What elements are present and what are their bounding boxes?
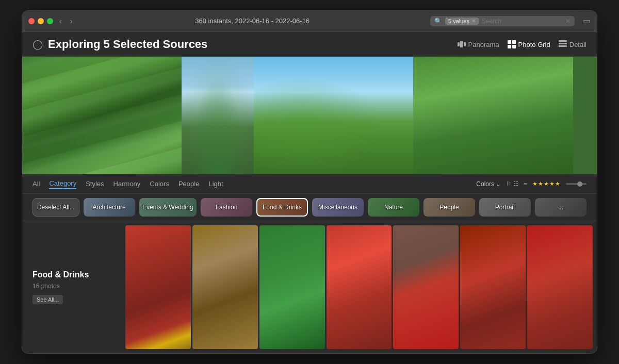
svg-rect-2 bbox=[464, 42, 466, 46]
grid-photo-6[interactable] bbox=[460, 225, 526, 349]
titlebar: ‹ › 360 instants, 2022-06-16 - 2022-06-1… bbox=[22, 11, 597, 31]
maximize-button[interactable] bbox=[47, 18, 53, 24]
food-drinks-chip[interactable]: Food & Drinks bbox=[256, 198, 308, 217]
slider-control[interactable] bbox=[566, 183, 587, 185]
detail-icon bbox=[559, 40, 567, 48]
filter-tabs: All Category Styles Harmony Colors Peopl… bbox=[32, 178, 223, 189]
fashion-chip[interactable]: Fashion bbox=[201, 198, 252, 217]
photo-strip bbox=[22, 57, 597, 174]
grid-photo-3[interactable] bbox=[259, 225, 325, 349]
svg-rect-8 bbox=[559, 43, 567, 44]
filter-tab-all[interactable]: All bbox=[32, 179, 40, 189]
svg-rect-3 bbox=[508, 40, 511, 44]
filter-tab-colors[interactable]: Colors bbox=[150, 179, 169, 189]
nature-chip[interactable]: Nature bbox=[368, 198, 419, 217]
page-title-area: ◯ Exploring 5 Selected Sources bbox=[32, 38, 207, 51]
svg-rect-6 bbox=[512, 45, 516, 48]
filter-bar: All Category Styles Harmony Colors Peopl… bbox=[22, 174, 597, 194]
search-tag-close-icon[interactable]: ✕ bbox=[471, 18, 476, 24]
app-window: ‹ › 360 instants, 2022-06-16 - 2022-06-1… bbox=[22, 10, 597, 354]
flag-icon: ⚐ bbox=[506, 180, 511, 187]
grid-small-icon: ☷ bbox=[513, 180, 518, 187]
sources-icon: ◯ bbox=[32, 39, 43, 50]
svg-rect-4 bbox=[512, 40, 516, 44]
strip-photo-5[interactable] bbox=[573, 57, 597, 174]
svg-rect-1 bbox=[460, 41, 463, 47]
filter-tab-light[interactable]: Light bbox=[208, 179, 223, 189]
colors-dropdown[interactable]: Colors ⌄ bbox=[476, 180, 501, 188]
content-area: Food & Drinks 16 photos See All... bbox=[22, 221, 597, 353]
photo-grid bbox=[125, 221, 597, 353]
search-icon: 🔍 bbox=[434, 18, 442, 25]
category-name: Food & Drinks bbox=[32, 270, 115, 279]
close-button[interactable] bbox=[28, 18, 35, 24]
deselect-all-chip[interactable]: Deselect All... bbox=[32, 198, 79, 217]
search-clear-icon[interactable]: ✕ bbox=[565, 18, 571, 25]
photo-grid-view-button[interactable]: Photo Grid bbox=[508, 40, 550, 48]
strip-photo-1[interactable] bbox=[22, 57, 182, 174]
strip-photo-3[interactable] bbox=[254, 57, 413, 174]
sort-icons: ⚐ ☷ bbox=[506, 180, 518, 187]
category-count: 16 photos bbox=[32, 283, 115, 290]
filter-tab-styles[interactable]: Styles bbox=[86, 179, 104, 189]
filter-tab-category[interactable]: Category bbox=[49, 178, 76, 189]
events-wedding-chip[interactable]: Events & Wedding bbox=[139, 198, 197, 217]
strip-photo-4[interactable] bbox=[413, 57, 573, 174]
people-chip[interactable]: People bbox=[423, 198, 475, 217]
star-rating[interactable]: ★★★★★ bbox=[532, 180, 561, 187]
search-bar: 🔍 5 values ✕ ✕ bbox=[430, 16, 575, 26]
panorama-icon bbox=[458, 40, 466, 48]
detail-view-button[interactable]: Detail bbox=[559, 40, 587, 48]
grid-photo-5[interactable] bbox=[393, 225, 459, 349]
svg-rect-9 bbox=[559, 45, 567, 47]
strip-photo-2[interactable] bbox=[182, 57, 253, 174]
filter-right: Colors ⌄ ⚐ ☷ = ★★★★★ bbox=[476, 180, 587, 188]
search-input[interactable] bbox=[482, 18, 562, 25]
architecture-chip[interactable]: Architecture bbox=[84, 198, 135, 217]
grid-photo-1[interactable] bbox=[125, 225, 191, 349]
filter-tab-people[interactable]: People bbox=[178, 179, 199, 189]
photo-grid-icon bbox=[508, 40, 516, 48]
search-tag[interactable]: 5 values ✕ bbox=[445, 18, 479, 25]
grid-photo-4[interactable] bbox=[327, 225, 392, 349]
app-header: ◯ Exploring 5 Selected Sources Panorama bbox=[22, 31, 597, 57]
category-label: Food & Drinks 16 photos See All... bbox=[22, 221, 125, 353]
grid-photo-7[interactable] bbox=[527, 225, 593, 349]
svg-rect-7 bbox=[559, 40, 567, 42]
view-controls: Panorama Photo Grid Detail bbox=[458, 40, 587, 48]
grid-photo-2[interactable] bbox=[192, 225, 258, 349]
back-button[interactable]: ‹ bbox=[57, 16, 64, 26]
filter-tab-harmony[interactable]: Harmony bbox=[113, 179, 141, 189]
chevron-down-icon: ⌄ bbox=[496, 180, 501, 188]
portrait-chip[interactable]: Portrait bbox=[479, 198, 531, 217]
svg-rect-5 bbox=[508, 45, 511, 48]
minimize-button[interactable] bbox=[38, 18, 44, 24]
more-chip[interactable]: ... bbox=[535, 198, 587, 217]
svg-rect-0 bbox=[458, 42, 460, 46]
miscellaneous-chip[interactable]: Miscellaneous bbox=[312, 198, 364, 217]
forward-button[interactable]: › bbox=[68, 16, 75, 26]
category-bar: Deselect All... Architecture Events & We… bbox=[22, 194, 597, 221]
window-title: 360 instants, 2022-06-16 - 2022-06-16 bbox=[78, 17, 426, 25]
see-all-button[interactable]: See All... bbox=[32, 295, 63, 304]
sidebar-toggle-button[interactable]: ▭ bbox=[583, 16, 591, 26]
page-title: Exploring 5 Selected Sources bbox=[48, 38, 207, 51]
panorama-view-button[interactable]: Panorama bbox=[458, 40, 499, 48]
traffic-lights bbox=[28, 18, 53, 24]
search-tag-label: 5 values bbox=[448, 18, 469, 24]
equals-sign: = bbox=[524, 180, 527, 188]
